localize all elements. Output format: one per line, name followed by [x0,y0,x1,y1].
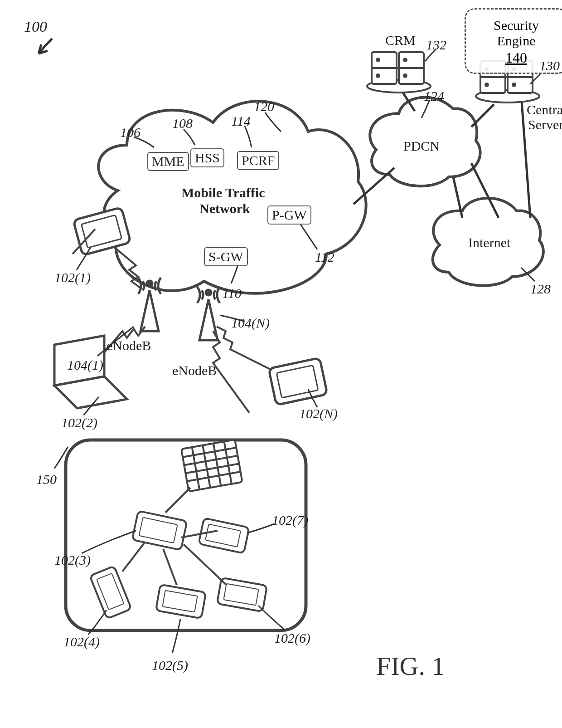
central-server-label-l2: Server [528,117,562,132]
enodeb-n-label: eNodeB [172,363,217,378]
server-crm [367,52,431,93]
svg-point-22 [147,281,152,286]
svg-line-50 [163,549,177,585]
ref-sgw: 110 [222,286,242,301]
ref-pcrf: 114 [231,113,251,129]
ref-102-3: 102(3) [54,552,91,568]
box-sgw: S-GW [204,247,248,266]
device-phone-3 [132,511,187,550]
tower-enodeb-n [197,287,220,340]
svg-point-23 [206,290,211,295]
ref-102-4: 102(4) [63,634,100,650]
cloud-mtn-ref: 120 [254,99,274,114]
svg-line-3 [471,104,494,127]
mtn-title-l1: Mobile Traffic [181,185,265,200]
tower-enodeb-1 [138,278,161,331]
internet-ref: 128 [530,281,551,297]
figure-number-arrow [39,39,52,54]
crm-label: CRM [385,33,416,48]
pdcn-label: PDCN [403,138,440,154]
enodeb-1-label: eNodeB [107,338,151,353]
device-phone-7 [199,518,249,553]
box-hss: HSS [190,148,224,167]
enodeb-n-ref: 104(N) [231,315,270,331]
security-engine-title: Security Engine [478,18,555,49]
ref-mme: 106 [120,125,140,140]
ref-102-7: 102(7) [272,513,308,528]
box-pgw: P-GW [267,205,311,225]
svg-line-52 [184,544,227,585]
figure-number: 100 [24,18,47,35]
pdcn-ref: 124 [424,88,444,104]
svg-point-12 [404,59,407,61]
svg-point-13 [404,74,407,77]
ref-102-1: 102(1) [54,270,91,285]
mtn-title-l2: Network [199,201,250,216]
ref-pgw: 112 [315,249,334,265]
crm-ref: 132 [426,37,446,53]
svg-point-21 [513,83,515,86]
box-mme: MME [147,152,189,171]
central-server-ref: 130 [539,58,560,73]
ref-102-n: 102(N) [299,406,338,421]
svg-point-19 [485,83,488,86]
svg-line-49 [122,542,145,572]
enodeb-1-ref: 104(1) [67,357,103,373]
device-phone-5 [156,585,206,619]
ref-102-6: 102(6) [274,630,310,646]
device-tablet-n [269,358,328,405]
group-router [181,440,242,491]
box-pcrf: PCRF [237,151,279,170]
internet-label: Internet [468,235,510,250]
central-server-label-l1: Central [527,102,562,117]
ref-102-2: 102(2) [61,415,97,430]
ref-102-5: 102(5) [152,658,188,673]
ref-hss: 108 [172,116,193,131]
svg-point-11 [377,74,379,77]
svg-line-48 [165,488,190,513]
ref-150: 150 [36,472,57,487]
device-phone-4 [90,566,131,619]
figure-title: FIG. 1 [376,651,445,681]
svg-point-10 [377,59,379,61]
